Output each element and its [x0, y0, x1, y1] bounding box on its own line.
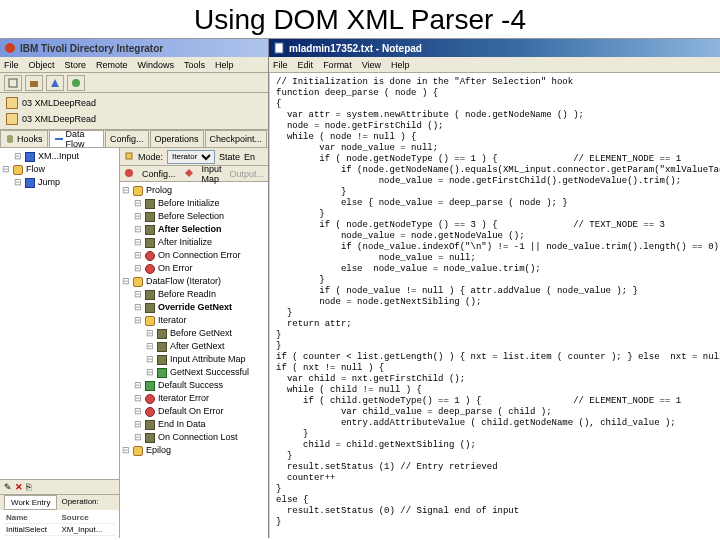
ibm-tabs: Hooks Data Flow Config... Operations Che…	[0, 130, 268, 148]
rp-tab-config[interactable]: Config...	[142, 169, 176, 179]
menu-tools[interactable]: Tools	[184, 60, 205, 70]
toolbar-btn-4[interactable]	[67, 75, 85, 91]
menu-store[interactable]: Store	[65, 60, 87, 70]
tree-item[interactable]: ⊟Epilog	[122, 444, 266, 457]
np-menu-help[interactable]: Help	[391, 60, 410, 70]
tab-hooks[interactable]: Hooks	[0, 130, 48, 147]
np-menu-format[interactable]: Format	[323, 60, 352, 70]
tree-item[interactable]: ⊟Before Selection	[122, 210, 266, 223]
we-btn-3[interactable]: ⎘	[26, 482, 31, 492]
tree-toggle-icon[interactable]: ⊟	[134, 223, 142, 236]
crumb-2[interactable]: 03 XMLDeepRead	[4, 111, 264, 127]
tree-item[interactable]: ⊟Before GetNext	[122, 327, 266, 340]
tree-item[interactable]: ⊟GetNext Successful	[122, 366, 266, 379]
yellow-icon	[133, 446, 143, 456]
tree-toggle-icon[interactable]: ⊟	[134, 197, 142, 210]
svg-point-3	[72, 79, 80, 87]
tree-toggle-icon[interactable]: ⊟	[14, 176, 22, 189]
ibm-left-pane: ⊟XM...Input⊟Flow⊟Jump ✎ ✕ ⎘ Work Entry O…	[0, 148, 120, 538]
tree-item[interactable]: ⊟After Selection	[122, 223, 266, 236]
tree-toggle-icon[interactable]: ⊟	[146, 353, 154, 366]
rp-mode-select[interactable]: Iterator	[167, 150, 215, 164]
tab-config[interactable]: Config...	[105, 130, 149, 147]
tree-item[interactable]: ⊟DataFlow (Iterator)	[122, 275, 266, 288]
we-btn-del[interactable]: ✕	[15, 482, 23, 492]
np-menu-view[interactable]: View	[362, 60, 381, 70]
we-data-row[interactable]: InitialSelect XM_Input...	[4, 524, 115, 536]
tree-toggle-icon[interactable]: ⊟	[134, 405, 142, 418]
tree-item[interactable]: ⊟Before Initialize	[122, 197, 266, 210]
tree-item[interactable]: ⊟Input Attribute Map	[122, 353, 266, 366]
tree-item[interactable]: ⊟Default Success	[122, 379, 266, 392]
tree-toggle-icon[interactable]: ⊟	[14, 150, 22, 163]
rp-btn-1[interactable]	[124, 151, 134, 163]
tree-item[interactable]: ⊟Iterator	[122, 314, 266, 327]
tree-item[interactable]: ⊟On Error	[122, 262, 266, 275]
toolbar-btn-2[interactable]	[25, 75, 43, 91]
puzzle-icon	[145, 225, 155, 235]
tree-item[interactable]: ⊟Iterator Error	[122, 392, 266, 405]
tree-toggle-icon[interactable]: ⊟	[134, 236, 142, 249]
tree-item[interactable]: ⊟Override GetNext	[122, 301, 266, 314]
tree-toggle-icon[interactable]: ⊟	[134, 418, 142, 431]
crumb-1[interactable]: 03 XMLDeepRead	[4, 95, 264, 111]
tree-toggle-icon[interactable]: ⊟	[146, 366, 154, 379]
tree-item[interactable]: ⊟After GetNext	[122, 340, 266, 353]
rp-tab-icon2[interactable]	[184, 168, 194, 180]
tree-toggle-icon[interactable]: ⊟	[134, 301, 142, 314]
tree-item-label: Override GetNext	[158, 301, 232, 314]
rp-tab-input[interactable]: Input Map	[202, 164, 222, 184]
menu-help[interactable]: Help	[215, 60, 234, 70]
tree-item[interactable]: ⊟On Connection Error	[122, 249, 266, 262]
rp-tabs: Config... Input Map Output...	[120, 166, 268, 182]
tree-toggle-icon[interactable]: ⊟	[134, 392, 142, 405]
yellow-icon	[145, 316, 155, 326]
menu-object[interactable]: Object	[29, 60, 55, 70]
tree-toggle-icon[interactable]: ⊟	[122, 444, 130, 457]
rp-tab-icon[interactable]	[124, 168, 134, 180]
we-btn-1[interactable]: ✎	[4, 482, 12, 492]
tree-item[interactable]: ⊟Prolog	[122, 184, 266, 197]
tree-toggle-icon[interactable]: ⊟	[134, 210, 142, 223]
puzzle-icon	[145, 303, 155, 313]
tree-item[interactable]: ⊟XM...Input	[2, 150, 117, 163]
tree-toggle-icon[interactable]: ⊟	[134, 262, 142, 275]
tab-dataflow[interactable]: Data Flow	[49, 130, 104, 147]
tree-toggle-icon[interactable]: ⊟	[134, 249, 142, 262]
toolbar-btn-3[interactable]	[46, 75, 64, 91]
tree-toggle-icon[interactable]: ⊟	[134, 288, 142, 301]
tree-item-label: Default On Error	[158, 405, 224, 418]
menu-file[interactable]: File	[4, 60, 19, 70]
tree-toggle-icon[interactable]: ⊟	[2, 163, 10, 176]
tree-toggle-icon[interactable]: ⊟	[146, 327, 154, 340]
tab-operations[interactable]: Operations	[150, 130, 204, 147]
menu-windows[interactable]: Windows	[138, 60, 175, 70]
tree-toggle-icon[interactable]: ⊟	[134, 379, 142, 392]
tree-item[interactable]: ⊟End In Data	[122, 418, 266, 431]
tree-item[interactable]: ⊟Flow	[2, 163, 117, 176]
notepad-text-area[interactable]: // Initialization is done in the "After …	[269, 73, 720, 538]
tree-item[interactable]: ⊟On Connection Lost	[122, 431, 266, 444]
notepad-main: // Initialization is done in the "After …	[269, 73, 720, 538]
notepad-window: mladmin17352.txt - Notepad _ □ ✕ File Ed…	[269, 39, 720, 538]
tree-item[interactable]: ⊟Before ReadIn	[122, 288, 266, 301]
yellow-icon	[133, 186, 143, 196]
tree-toggle-icon[interactable]: ⊟	[134, 314, 142, 327]
np-menu-file[interactable]: File	[273, 60, 288, 70]
menu-remote[interactable]: Remote	[96, 60, 128, 70]
tree-item[interactable]: ⊟Default On Error	[122, 405, 266, 418]
tree-toggle-icon[interactable]: ⊟	[122, 275, 130, 288]
tree-item-label: On Error	[158, 262, 193, 275]
np-menu-edit[interactable]: Edit	[298, 60, 314, 70]
tree-toggle-icon[interactable]: ⊟	[122, 184, 130, 197]
we-tab-work[interactable]: Work Entry	[4, 495, 57, 510]
tree-toggle-icon[interactable]: ⊟	[134, 431, 142, 444]
tree-item[interactable]: ⊟After Initialize	[122, 236, 266, 249]
tree-toggle-icon[interactable]: ⊟	[146, 340, 154, 353]
svg-rect-7	[275, 43, 283, 53]
tree-item-label: After Selection	[158, 223, 222, 236]
tree-item[interactable]: ⊟Jump	[2, 176, 117, 189]
toolbar-btn-1[interactable]	[4, 75, 22, 91]
rp-tab-output[interactable]: Output...	[230, 169, 265, 179]
tab-checkpoint[interactable]: Checkpoint...	[205, 130, 268, 147]
